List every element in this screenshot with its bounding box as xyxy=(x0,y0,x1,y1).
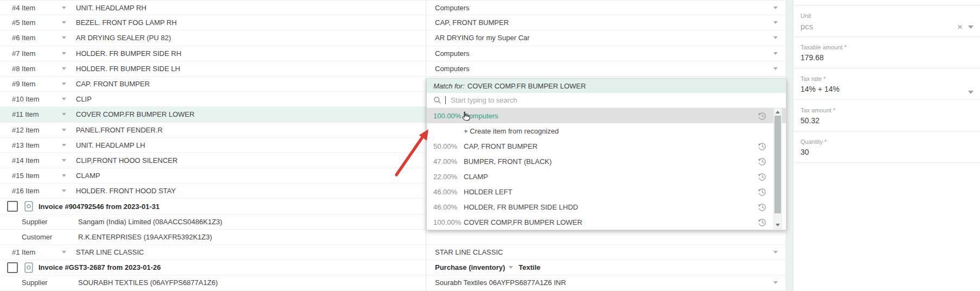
chevron-down-icon[interactable] xyxy=(773,36,778,39)
scroll-up-icon[interactable] xyxy=(774,108,782,116)
match-name: Computers xyxy=(464,112,498,120)
search-input[interactable] xyxy=(450,96,680,105)
item-description: HOLDER. FR BUMPER SIDE LH xyxy=(76,65,180,73)
chevron-down-icon[interactable] xyxy=(773,67,778,70)
chevron-down-icon xyxy=(62,174,66,177)
chevron-down-icon[interactable] xyxy=(773,251,778,254)
chevron-down-icon[interactable] xyxy=(773,7,778,9)
sidebar-field: Tax rate *14% + 14% xyxy=(793,68,980,100)
table-row[interactable]: #12 ItemPANEL.FRONT FENDER.R xyxy=(0,123,426,138)
scroll-down-icon[interactable] xyxy=(774,221,782,229)
table-row[interactable]: SupplierSangam (India) Limited (08AACCS0… xyxy=(0,214,426,230)
mapped-item-value: Sourabh Textiles 06AYFPS6877A1Z6 INR xyxy=(426,279,566,287)
item-row-chevron[interactable] xyxy=(62,83,76,85)
table-row[interactable]: #8 ItemHOLDER. FR BUMPER SIDE LH xyxy=(0,61,426,77)
item-row-chevron[interactable] xyxy=(62,129,76,131)
table-row[interactable]: #6 ItemAR DRYING SEALER (PU 82) xyxy=(0,30,426,46)
history-icon[interactable] xyxy=(758,111,767,121)
table-row[interactable]: #10 ItemCLIP xyxy=(0,92,426,107)
mapped-item-row[interactable]: Computers xyxy=(426,61,785,77)
history-icon[interactable] xyxy=(758,157,767,166)
match-for-value: COVER COMP.FR BUMPER LOWER xyxy=(467,82,586,90)
table-row[interactable]: #14 ItemCLIP,FRONT HOOO SILENCER xyxy=(0,153,426,168)
mapped-item-row[interactable]: Sourabh Textiles 06AYFPS6877A1Z6 INR xyxy=(426,275,785,290)
table-row[interactable]: #5 ItemBEZEL. FRONT FOG LAMP RH xyxy=(0,15,426,30)
clear-icon[interactable]: × xyxy=(957,23,963,31)
field-input[interactable]: 50.32 xyxy=(800,116,980,125)
chevron-down-icon[interactable] xyxy=(773,21,778,24)
table-row[interactable]: #11 ItemCOVER COMP.FR BUMPER LOWER xyxy=(0,107,426,122)
mapped-item-row[interactable]: Purchase (inventory)Textile xyxy=(426,260,785,275)
purchase-type-select[interactable]: Purchase (inventory) xyxy=(426,263,505,271)
item-row-chevron[interactable] xyxy=(62,7,76,9)
item-description: STAR LINE CLASSIC xyxy=(76,248,144,256)
item-row-chevron[interactable] xyxy=(62,113,76,116)
match-option[interactable]: 100.00%COVER COMP,FR BUMPER LOWER xyxy=(427,214,786,230)
item-row-chevron[interactable] xyxy=(62,21,76,24)
chevron-down-icon[interactable] xyxy=(968,91,973,94)
chevron-down-icon xyxy=(509,266,513,269)
mapped-item-row[interactable]: AR DRYING for my Super Car xyxy=(426,30,785,46)
table-row[interactable]: #1 ItemSTAR LINE CLASSIC xyxy=(0,245,426,260)
table-row[interactable]: #13 ItemUNIT. HEADLAMP LH xyxy=(0,138,426,153)
table-row[interactable]: CustomerR.K.ENTERPRISES (19AAXFR5392K1Z3… xyxy=(0,230,426,245)
invoice-checkbox[interactable] xyxy=(7,201,18,212)
table-row[interactable]: #7 ItemHOLDER. FR BUMPER SIDE RH xyxy=(0,46,426,61)
match-option[interactable]: 46.00%HOLDER, FR BUMPER SIDE LHDD xyxy=(427,199,786,214)
item-description: HOLDER. FRONT HOOD STAY xyxy=(76,187,176,195)
table-row[interactable]: Invoice #GST3-2687 from 2023-01-26 xyxy=(0,260,426,275)
table-row[interactable]: #4 ItemUNIT. HEADLAMP RH xyxy=(0,0,426,15)
dropdown-scrollbar[interactable] xyxy=(773,107,782,229)
mapped-item-row[interactable]: Computers xyxy=(426,0,785,15)
match-option[interactable]: 50.00%CAP, FRONT BUMPER xyxy=(427,138,786,154)
item-row-chevron[interactable] xyxy=(62,98,76,100)
mapped-item-value: CAP, FRONT BUMPER xyxy=(426,18,509,27)
table-row[interactable]: Invoice #904792546 from 2023-01-31 xyxy=(0,199,426,214)
item-description: HOLDER. FR BUMPER SIDE RH xyxy=(76,49,181,58)
item-description: CLIP,FRONT HOOO SILENCER xyxy=(76,156,177,165)
create-item-option[interactable]: + Create item from recognized xyxy=(427,123,786,138)
table-row[interactable]: #15 ItemCLAMP xyxy=(0,168,426,184)
item-row-chevron[interactable] xyxy=(62,67,76,70)
chevron-down-icon xyxy=(62,21,66,24)
panel-gap xyxy=(785,0,793,291)
item-row-chevron[interactable] xyxy=(62,174,76,177)
chevron-down-icon[interactable] xyxy=(968,26,973,29)
item-number-label: #1 Item xyxy=(0,248,62,256)
item-row-chevron[interactable] xyxy=(62,52,76,55)
scrollbar-thumb[interactable] xyxy=(774,116,781,213)
history-icon[interactable] xyxy=(758,218,767,227)
field-label: Tax rate * xyxy=(800,75,980,82)
mapped-item-value: STAR LINE CLASSIC xyxy=(426,248,503,256)
match-option[interactable]: 46.00%HOLDER LEFT xyxy=(427,184,786,199)
field-input[interactable]: 14% + 14% xyxy=(800,85,980,94)
history-icon[interactable] xyxy=(758,187,767,197)
match-name: COVER COMP,FR BUMPER LOWER xyxy=(464,218,582,226)
mapped-item-row[interactable]: STAR LINE CLASSIC xyxy=(426,245,785,260)
item-row-chevron[interactable] xyxy=(62,159,76,162)
field-input[interactable]: 179.68 xyxy=(800,53,980,62)
table-row[interactable]: SupplierSOURABH TEXTILES (06AYFPS6877A1Z… xyxy=(0,275,426,290)
item-description: BEZEL. FRONT FOG LAMP RH xyxy=(76,18,177,27)
item-row-chevron[interactable] xyxy=(62,36,76,39)
history-icon[interactable] xyxy=(758,203,767,212)
match-for-header: Match for: COVER COMP.FR BUMPER LOWER xyxy=(427,79,786,93)
table-row[interactable]: #9 ItemCAP. FRONT BUMPER xyxy=(0,77,426,92)
chevron-down-icon[interactable] xyxy=(773,52,778,55)
mapped-item-row[interactable]: CAP, FRONT BUMPER xyxy=(426,15,785,30)
field-input[interactable]: 30 xyxy=(800,148,980,157)
field-input[interactable]: pcs xyxy=(800,22,980,31)
history-icon[interactable] xyxy=(758,142,767,151)
table-row[interactable]: #16 ItemHOLDER. FRONT HOOD STAY xyxy=(0,184,426,199)
match-option[interactable]: 47.00%BUMPER, FRONT (BLACK) xyxy=(427,154,786,169)
item-row-chevron[interactable] xyxy=(62,251,76,254)
match-option[interactable]: 22.00%CLAMP xyxy=(427,169,786,184)
mapped-item-row[interactable]: Computers xyxy=(426,46,785,61)
item-row-chevron[interactable] xyxy=(62,189,76,192)
match-option[interactable]: 100.00%Computers xyxy=(427,108,786,123)
item-description: AR DRYING SEALER (PU 82) xyxy=(76,34,171,42)
chevron-down-icon[interactable] xyxy=(773,281,778,284)
item-row-chevron[interactable] xyxy=(62,144,76,147)
history-icon[interactable] xyxy=(758,172,767,181)
invoice-checkbox[interactable] xyxy=(7,262,18,273)
